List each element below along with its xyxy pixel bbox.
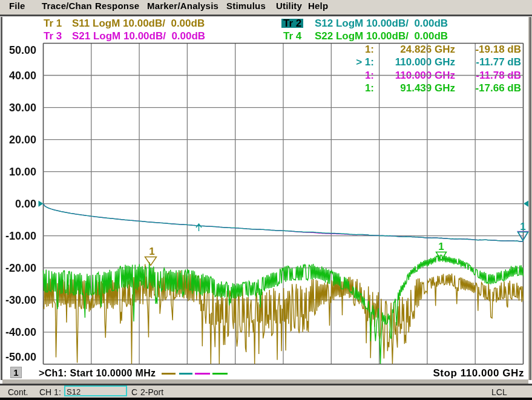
svg-text:1: 1 [149,246,154,257]
svg-text:1: 1 [438,241,444,252]
svg-text:1: 1 [520,221,525,232]
